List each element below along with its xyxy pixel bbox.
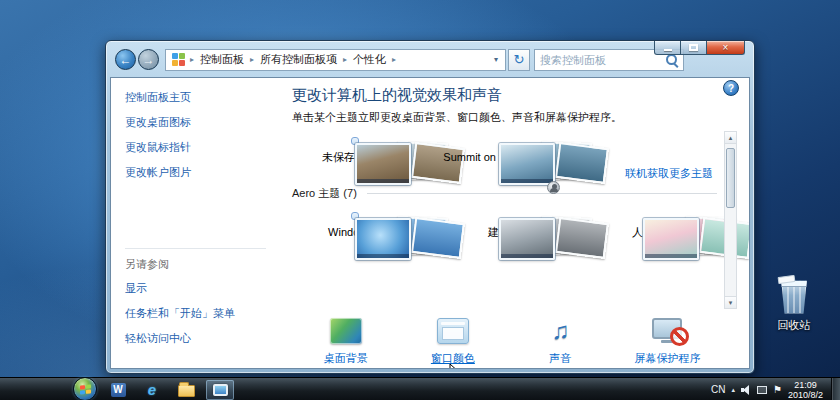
aero-themes-header-label: Aero 主题 (7) (292, 186, 357, 201)
language-indicator[interactable]: CN (711, 384, 725, 395)
recycle-bin[interactable]: 回收站 (764, 280, 824, 333)
online-theme-badge-icon (547, 181, 560, 194)
hidden-icons-button[interactable]: ▴ (731, 386, 735, 394)
themes-scrollbar[interactable]: ▴ ▾ (724, 131, 737, 309)
help-button[interactable]: ? (723, 80, 739, 96)
system-tray: CN ▴ ⚑ 21:09 2010/8/2 (711, 378, 840, 400)
theme-summit-on-the-summit[interactable]: Summit on the Summit (438, 131, 560, 164)
scroll-up-icon[interactable]: ▴ (725, 132, 736, 144)
desktop-background-icon (330, 318, 362, 344)
window-color-shortcut[interactable]: 窗口颜色 天空 (399, 315, 506, 369)
aero-themes-row: Windows 7 建筑 (294, 206, 717, 239)
back-button[interactable]: ← (115, 49, 136, 70)
recycle-bin-icon (780, 280, 808, 314)
control-panel-window-icon (213, 384, 228, 396)
volume-icon[interactable] (741, 385, 751, 395)
close-button[interactable]: × (707, 41, 745, 55)
maximize-icon (689, 44, 698, 51)
window-color-icon (437, 318, 469, 344)
window-client-area: 控制面板主页 更改桌面图标 更改鼠标指针 更改帐户图片 另请参阅 显示 任务栏和… (110, 77, 750, 369)
network-icon[interactable] (757, 386, 767, 394)
see-also-header: 另请参阅 (125, 257, 266, 272)
theme-thumbnail-box (495, 137, 503, 145)
caption-buttons: × (654, 41, 745, 55)
taskbar-explorer-button[interactable] (172, 380, 200, 400)
control-panel-icon (172, 53, 185, 66)
mouse-cursor (449, 363, 462, 369)
breadcrumb-dropdown-icon[interactable]: ▾ (491, 55, 501, 64)
start-button[interactable] (73, 377, 97, 400)
clock[interactable]: 21:09 2010/8/2 (788, 380, 823, 400)
desktop: × ← → ▸ 控制面板 ▸ 所有控制面板项 ▸ 个性化 ▸ ▾ ↻ (0, 0, 840, 400)
taskbar-control-panel-window-button[interactable] (206, 380, 234, 400)
themes-list: 未保存的主题 Summit on the Summit (292, 131, 737, 309)
theme-windows-7[interactable]: Windows 7 (294, 206, 416, 239)
shortcut-label[interactable]: 声音 (507, 351, 614, 366)
screen-saver-icon (652, 318, 682, 339)
theme-unsaved[interactable]: 未保存的主题 (294, 131, 416, 164)
scroll-down-icon[interactable]: ▾ (725, 296, 736, 308)
recycle-bin-label: 回收站 (764, 318, 824, 333)
clock-date: 2010/8/2 (788, 390, 823, 400)
header-rule (367, 193, 717, 194)
taskbar: W e CN ▴ ⚑ 21:09 2010/8/2 (0, 377, 840, 400)
main-content: ? 更改计算机上的视觉效果和声音 单击某个主题立即更改桌面背景、窗口颜色、声音和… (276, 78, 749, 368)
breadcrumb-item-personalization[interactable]: 个性化 (349, 52, 390, 67)
ie-icon: e (148, 381, 156, 398)
sound-icon: ♫ (551, 318, 569, 344)
show-desktop-button[interactable] (831, 378, 840, 400)
navigation-bar: ← → ▸ 控制面板 ▸ 所有控制面板项 ▸ 个性化 ▸ ▾ ↻ (115, 48, 684, 71)
screen-saver-shortcut[interactable]: 屏幕保护程序 无 (614, 315, 721, 369)
sidebar: 控制面板主页 更改桌面图标 更改鼠标指针 更改帐户图片 另请参阅 显示 任务栏和… (111, 78, 276, 368)
sidebar-item-change-mouse-pointers[interactable]: 更改鼠标指针 (125, 140, 270, 155)
breadcrumb[interactable]: ▸ 控制面板 ▸ 所有控制面板项 ▸ 个性化 ▸ ▾ (165, 49, 506, 71)
breadcrumb-item-all-items[interactable]: 所有控制面板项 (256, 52, 341, 67)
folder-icon (178, 385, 195, 397)
sidebar-item-control-panel-home[interactable]: 控制面板主页 (125, 90, 270, 105)
theme-characters[interactable]: 人物 (582, 206, 704, 239)
sidebar-item-taskbar-start-menu[interactable]: 任务栏和「开始」菜单 (125, 306, 266, 321)
aero-themes-header: Aero 主题 (7) (292, 186, 717, 201)
my-themes-row: 未保存的主题 Summit on the Summit (294, 131, 717, 164)
taskbar-ie-button[interactable]: e (138, 380, 166, 400)
taskbar-pinned-icons: W e (104, 378, 234, 400)
refresh-button[interactable]: ↻ (508, 49, 530, 71)
sidebar-item-display[interactable]: 显示 (125, 281, 266, 296)
breadcrumb-item-control-panel[interactable]: 控制面板 (196, 52, 248, 67)
breadcrumb-separator-icon: ▸ (188, 55, 196, 64)
personalization-window: × ← → ▸ 控制面板 ▸ 所有控制面板项 ▸ 个性化 ▸ ▾ ↻ (105, 40, 755, 374)
desktop-background-shortcut[interactable]: 桌面背景 Harmony (292, 315, 399, 369)
breadcrumb-separator-icon: ▸ (248, 55, 256, 64)
clock-time: 21:09 (788, 380, 823, 390)
shortcut-label[interactable]: 桌面背景 (292, 351, 399, 366)
breadcrumb-separator-icon: ▸ (341, 55, 349, 64)
see-also-section: 另请参阅 显示 任务栏和「开始」菜单 轻松访问中心 (125, 248, 266, 356)
action-center-icon[interactable]: ⚑ (773, 385, 782, 395)
page-title: 更改计算机上的视觉效果和声音 (292, 86, 737, 105)
word-icon: W (111, 383, 126, 397)
sidebar-item-change-desktop-icons[interactable]: 更改桌面图标 (125, 115, 270, 130)
minimize-icon (664, 49, 672, 51)
forward-button[interactable]: → (138, 49, 159, 70)
theme-architecture[interactable]: 建筑 (438, 206, 560, 239)
scrollbar-thumb[interactable] (726, 148, 735, 208)
search-input[interactable] (535, 54, 664, 66)
sidebar-item-ease-of-access-center[interactable]: 轻松访问中心 (125, 331, 266, 346)
sidebar-item-change-account-picture[interactable]: 更改帐户图片 (125, 165, 270, 180)
windows-logo-icon (80, 384, 91, 394)
breadcrumb-separator-icon: ▸ (390, 55, 398, 64)
shortcut-label[interactable]: 屏幕保护程序 (614, 351, 721, 366)
theme-thumbnail-box (495, 212, 503, 220)
theme-thumbnail-box (351, 137, 359, 145)
theme-settings-row: 桌面背景 Harmony 窗口颜色 天空 ♫ 声音 Wind (292, 315, 737, 369)
page-subtitle: 单击某个主题立即更改桌面背景、窗口颜色、声音和屏幕保护程序。 (292, 110, 737, 125)
theme-thumbnail-box (351, 212, 359, 220)
minimize-button[interactable] (654, 41, 681, 55)
sounds-shortcut[interactable]: ♫ 声音 Windows 默认 (507, 315, 614, 369)
maximize-button[interactable] (681, 41, 707, 55)
taskbar-word-button[interactable]: W (104, 380, 132, 400)
theme-thumbnail-box (639, 212, 647, 220)
